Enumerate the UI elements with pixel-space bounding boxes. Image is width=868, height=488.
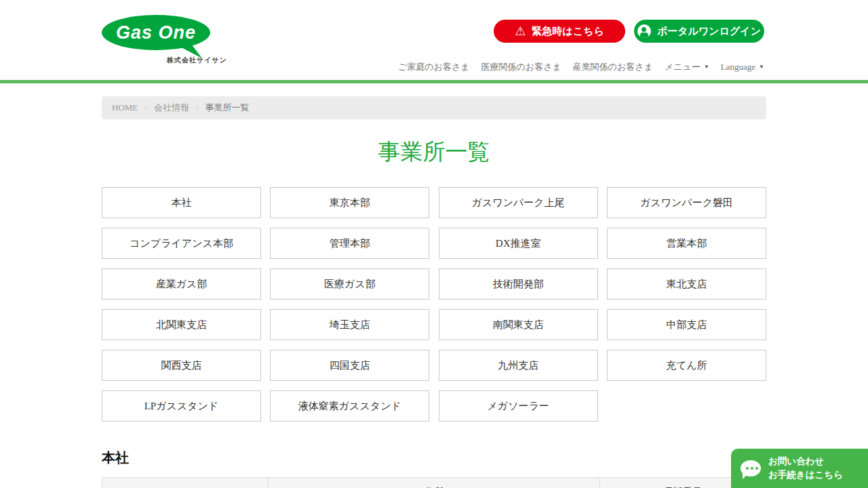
main-nav: ご家庭のお客さま 医療関係のお客さま 産業関係のお客さま メニュー Langua… — [398, 61, 764, 73]
chat-widget-line2: お手続きはこちら — [768, 468, 843, 482]
company-name: 株式会社サイサン — [102, 56, 227, 65]
main-content: HOME 会社情報 事業所一覧 事業所一覧 本社 東京本部 ガスワンパーク上尾 … — [102, 96, 766, 488]
person-icon — [637, 24, 651, 38]
gas-one-logo[interactable]: Gas One 株式会社サイサン — [102, 15, 227, 64]
office-link-eigyo-honbu[interactable]: 営業本部 — [607, 228, 766, 259]
nav-menu-label: メニュー — [665, 62, 701, 72]
breadcrumb-home[interactable]: HOME — [112, 102, 138, 113]
table-header-row: 住所 電話番号 — [102, 478, 766, 488]
warning-icon — [515, 25, 526, 37]
office-link-kanri-honbu[interactable]: 管理本部 — [270, 228, 429, 259]
breadcrumb-company-info[interactable]: 会社情報 — [138, 102, 189, 114]
office-link-honsha[interactable]: 本社 — [102, 187, 261, 218]
office-detail-table: 住所 電話番号 — [102, 477, 766, 488]
office-link-sangyo-gas[interactable]: 産業ガス部 — [102, 268, 261, 300]
table-header-address: 住所 — [268, 478, 600, 488]
office-button-grid: 本社 東京本部 ガスワンパーク上尾 ガスワンパーク磐田 コンプライアンス本部 管… — [102, 187, 766, 422]
office-link-gijutsu-kaihatsu[interactable]: 技術開発部 — [439, 268, 598, 300]
office-link-juten[interactable]: 充てん所 — [607, 350, 766, 381]
portal-button-label: ポータルワンログイン — [657, 25, 761, 38]
portal-login-button[interactable]: ポータルワンログイン — [634, 20, 764, 43]
office-link-saitama[interactable]: 埼玉支店 — [270, 309, 429, 340]
office-link-minamikanto[interactable]: 南関東支店 — [439, 309, 598, 340]
office-link-tohoku[interactable]: 東北支店 — [607, 268, 766, 300]
bubble-dots — [746, 467, 749, 470]
chat-widget-line1: お問い合わせ — [768, 455, 843, 468]
office-link-kansai[interactable]: 関西支店 — [102, 350, 261, 381]
nav-item-menu[interactable]: メニュー — [665, 61, 709, 73]
speech-bubble-icon — [741, 460, 761, 476]
emergency-button-label: 緊急時はこちら — [532, 25, 604, 38]
office-link-tokyo-honbu[interactable]: 東京本部 — [270, 187, 429, 218]
office-link-mega-solar[interactable]: メガソーラー — [439, 390, 598, 422]
nav-item-industrial[interactable]: 産業関係のお客さま — [573, 61, 653, 73]
office-link-dx-suishin[interactable]: DX推進室 — [439, 228, 598, 259]
breadcrumb-current: 事業所一覧 — [189, 102, 250, 114]
green-divider-bar — [0, 80, 868, 83]
nav-language-label: Language — [721, 62, 755, 72]
chevron-down-icon — [704, 62, 709, 73]
nav-item-language[interactable]: Language — [721, 62, 764, 73]
office-link-shikoku[interactable]: 四国支店 — [270, 350, 429, 381]
emergency-button[interactable]: 緊急時はこちら — [494, 20, 625, 43]
chat-widget-label: お問い合わせ お手続きはこちら — [768, 455, 843, 481]
page-title: 事業所一覧 — [102, 137, 766, 167]
contact-chat-widget[interactable]: お問い合わせ お手続きはこちら — [731, 449, 868, 488]
logo-speech-bubble: Gas One — [102, 15, 210, 50]
office-link-kitakanto[interactable]: 北関東支店 — [102, 309, 261, 340]
office-link-ekitai-chisso[interactable]: 液体窒素ガススタンド — [270, 390, 429, 422]
chevron-down-icon — [759, 62, 764, 73]
office-link-gasone-park-ageo[interactable]: ガスワンパーク上尾 — [439, 187, 598, 218]
office-link-gasone-park-iwata[interactable]: ガスワンパーク磐田 — [607, 187, 766, 218]
table-header-name — [102, 478, 269, 488]
office-link-chubu[interactable]: 中部支店 — [607, 309, 766, 340]
nav-item-household[interactable]: ご家庭のお客さま — [398, 61, 470, 73]
breadcrumb: HOME 会社情報 事業所一覧 — [102, 96, 766, 119]
site-header: Gas One 株式会社サイサン 緊急時はこちら ポータルワンログイン ご家庭の… — [0, 0, 868, 80]
office-link-compliance[interactable]: コンプライアンス本部 — [102, 228, 261, 259]
office-link-kyushu[interactable]: 九州支店 — [439, 350, 598, 381]
logo-text: Gas One — [116, 22, 196, 43]
office-link-iryo-gas[interactable]: 医療ガス部 — [270, 268, 429, 300]
nav-item-medical[interactable]: 医療関係のお客さま — [481, 61, 561, 73]
office-link-lp-gas-stand[interactable]: LPガススタンド — [102, 390, 261, 422]
section-heading-honsha: 本社 — [102, 449, 766, 467]
